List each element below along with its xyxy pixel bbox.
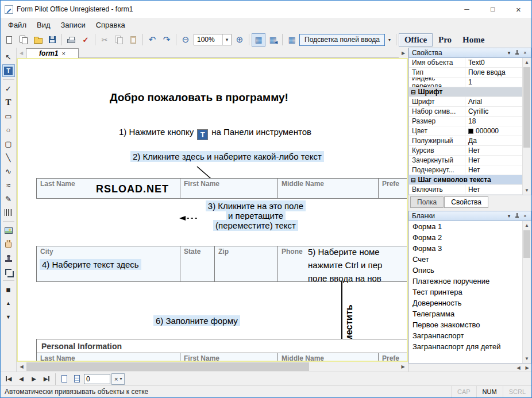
hand-tool-button[interactable]	[2, 238, 15, 250]
list-item[interactable]: Опись	[409, 265, 522, 276]
rounded-rect-tool-button[interactable]: ▢	[2, 137, 15, 150]
zoom-in-button[interactable]: ⊕	[233, 33, 246, 47]
office-edition-button[interactable]: Office	[399, 33, 433, 47]
copy-record-button[interactable]	[71, 373, 83, 385]
tab-scroll-left-button[interactable]: ◀	[17, 48, 26, 58]
doc-step2[interactable]: 2) Кликните здесь и наберите какой-либо …	[130, 151, 324, 162]
hscroll-right-button[interactable]: ▶	[523, 364, 531, 372]
tab-form1[interactable]: form1 ×	[26, 48, 79, 58]
hscroll-left-button[interactable]: ◀	[514, 364, 523, 372]
tab-close-icon[interactable]: ×	[61, 50, 65, 57]
tab-scroll-right-button[interactable]: ▶	[399, 48, 408, 58]
scroll-thumb[interactable]	[523, 67, 530, 148]
list-item[interactable]: Форма 2	[409, 232, 522, 243]
list-item[interactable]: Счет	[409, 254, 522, 265]
property-value[interactable]: Cyrillic	[465, 107, 522, 115]
scroll-up-button[interactable]: ▲	[523, 58, 531, 67]
spellcheck-button[interactable]: ✓	[79, 33, 92, 47]
redo-button[interactable]: ↷	[160, 33, 174, 47]
panel-menu-icon[interactable]: ▾	[505, 212, 513, 220]
ellipse-tool-button[interactable]: ○	[2, 123, 15, 136]
hscroll-left-button[interactable]: ◀	[17, 362, 26, 372]
minimize-button[interactable]: ─	[454, 1, 480, 18]
highlight-dropdown-button[interactable]: ▾	[385, 33, 394, 47]
property-group-row[interactable]: ⊟Шаг символов текста	[409, 175, 522, 185]
zoom-dropdown-icon[interactable]: ▾	[222, 34, 231, 45]
property-value[interactable]: Да	[465, 137, 522, 145]
property-value[interactable]: Text0	[465, 59, 522, 67]
property-value[interactable]: Нет	[465, 186, 522, 194]
property-group-row[interactable]: ⊟Шрифт	[409, 87, 522, 97]
checkmark-tool-button[interactable]: ✓	[2, 82, 15, 95]
property-value[interactable]: 1	[465, 78, 522, 86]
menu-records[interactable]: Записи	[56, 19, 91, 31]
pro-edition-button[interactable]: Pro	[433, 34, 457, 46]
doc-step6[interactable]: 6) Заполните форму	[153, 315, 240, 326]
blanks-scrollbar[interactable]: ▲ ▼	[522, 221, 531, 363]
maximize-button[interactable]: □	[480, 1, 506, 18]
list-item[interactable]: Доверенность	[409, 297, 522, 308]
close-button[interactable]: ×	[506, 1, 531, 18]
property-row[interactable]: Подчеркнут...Нет	[409, 165, 522, 175]
list-item[interactable]: Форма 3	[409, 243, 522, 254]
curve-tool-button[interactable]: ∿	[2, 165, 15, 177]
cut-button[interactable]: ✂	[98, 33, 111, 47]
pin-icon[interactable]	[513, 212, 521, 220]
property-row[interactable]: Имя объектаText0	[409, 58, 522, 68]
panel-close-icon[interactable]: ×	[521, 212, 529, 220]
blanks-hscrollbar[interactable]: ◀ ▶	[408, 364, 531, 372]
property-row[interactable]: Цвет000000	[409, 126, 522, 136]
collapse-icon[interactable]: ⊟	[411, 177, 415, 183]
home-edition-button[interactable]: Home	[457, 34, 489, 46]
scroll-thumb[interactable]	[523, 230, 530, 258]
new-document-button[interactable]	[2, 33, 16, 47]
pin-icon[interactable]	[513, 49, 521, 57]
property-value[interactable]: Arial	[465, 98, 522, 106]
menu-help[interactable]: Справка	[91, 19, 130, 31]
hscroll-right-button[interactable]: ▶	[398, 362, 408, 372]
barcode-tool-button[interactable]	[2, 206, 15, 219]
zoom-select[interactable]: 100% ▾	[194, 34, 232, 45]
record-number-input[interactable]	[84, 374, 110, 384]
property-row[interactable]: ПолужирныйДа	[409, 136, 522, 146]
pencil-tool-button[interactable]: ✎	[2, 192, 15, 205]
page-up-button[interactable]: ▲	[2, 297, 15, 310]
page-down-button[interactable]: ▼	[2, 311, 15, 323]
property-value[interactable]: 000000	[465, 127, 522, 135]
delete-dropdown-icon[interactable]: ▾	[119, 376, 122, 381]
stamp-tool-button[interactable]	[2, 252, 15, 264]
last-record-button[interactable]: ▶	[41, 373, 52, 385]
property-value[interactable]: Нет	[465, 146, 522, 154]
property-value[interactable]: 18	[465, 117, 522, 125]
property-row[interactable]: ВключитьНет	[409, 185, 522, 195]
property-row[interactable]: Размер18	[409, 117, 522, 126]
select-tool-button[interactable]: ↖	[2, 51, 15, 63]
rectangle-tool-button[interactable]: ▭	[2, 110, 15, 122]
copy-button[interactable]	[112, 33, 126, 47]
wave-tool-button[interactable]: ≈	[2, 179, 15, 191]
property-row[interactable]: ТипПоле ввода	[409, 68, 522, 78]
document-hscrollbar[interactable]: ◀ ▶	[17, 362, 408, 372]
delete-record-button[interactable]: × ▾	[111, 373, 125, 385]
list-item[interactable]: Форма 1	[409, 221, 522, 232]
list-item[interactable]: Загранпаспорт для детей	[409, 341, 522, 352]
text-field-tool-button[interactable]: T	[2, 64, 15, 77]
property-value[interactable]: Поле ввода	[465, 68, 522, 76]
list-item[interactable]: Первое знакомство	[409, 319, 522, 330]
previous-record-button[interactable]: ◀	[16, 373, 27, 385]
form-table-3[interactable]: Last Name First Name Middle Name Prefe	[36, 353, 408, 362]
doc-step4[interactable]: 4) Наберите текст здесь	[40, 259, 141, 270]
form-table-1[interactable]: Last Name First Name Middle Name Prefe	[36, 178, 408, 199]
crop-tool-button[interactable]	[2, 265, 15, 278]
grid-toggle-button[interactable]: ▦	[252, 33, 265, 47]
hscroll-thumb[interactable]	[26, 362, 309, 371]
highlight-fields-icon-button[interactable]: ▦	[285, 33, 299, 47]
scroll-down-button[interactable]: ▼	[523, 354, 531, 363]
panel-menu-icon[interactable]: ▾	[505, 49, 513, 57]
property-row[interactable]: ШрифтArial	[409, 97, 522, 107]
first-record-button[interactable]: ◀	[3, 373, 14, 385]
collapse-icon[interactable]: ⊟	[411, 89, 415, 95]
tab-properties[interactable]: Свойства	[444, 196, 488, 208]
scroll-up-button[interactable]: ▲	[523, 221, 531, 230]
new-record-button[interactable]	[59, 373, 70, 385]
